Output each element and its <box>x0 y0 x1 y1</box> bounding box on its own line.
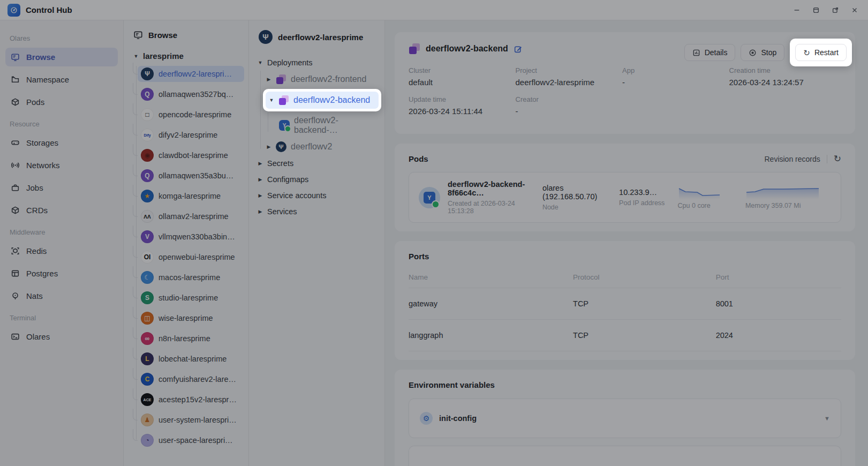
sidebar-item-nats[interactable]: Nats <box>5 287 118 305</box>
app-list-item[interactable]: ☾macos-laresprime <box>138 269 244 285</box>
app-list-item[interactable]: Difydifyv2-laresprime <box>138 127 244 143</box>
chevron-right-icon[interactable]: ▶ <box>266 144 271 149</box>
chevron-right-icon[interactable]: ▶ <box>258 193 263 198</box>
app-icon: ∞ <box>141 332 154 345</box>
sidebar-item-postgres[interactable]: Postgres <box>5 264 118 283</box>
tree-node-secrets[interactable]: ▶ Secrets <box>255 155 381 171</box>
pods-card-title: Pods <box>409 154 428 163</box>
app-list-item[interactable]: ◫wise-laresprime <box>138 310 244 326</box>
sidebar-item-label: Pods <box>26 97 44 107</box>
sidebar-item-label: Networks <box>26 161 60 170</box>
app-list-item[interactable]: Ψdeerflowv2-larespri… <box>138 66 244 82</box>
cube-icon <box>11 206 20 215</box>
edit-icon[interactable] <box>514 44 523 54</box>
tree-node-configmaps[interactable]: ▶ Configmaps <box>255 171 381 187</box>
app-list-item[interactable]: ★komga-laresprime <box>138 188 244 204</box>
app-list-item[interactable]: Qollamaqwen35a3bu… <box>138 168 244 184</box>
app-icon: ACE <box>141 393 154 406</box>
chevron-right-icon[interactable]: ▶ <box>258 209 263 214</box>
sidebar-item-redis[interactable]: Redis <box>5 242 118 260</box>
redis-icon <box>11 246 20 255</box>
briefcase-icon <box>11 183 20 192</box>
creator-label: Creator <box>516 95 623 103</box>
pod-row[interactable]: Y deerflowv2-backend-8f66c4c… Created at… <box>409 172 841 223</box>
app-label: ollamaqwen3527bq… <box>158 90 233 99</box>
revision-records-link[interactable]: Revision records <box>764 155 820 163</box>
app-list-item[interactable]: ∞n8n-laresprime <box>138 330 244 347</box>
table-row: gateway TCP 8001 <box>409 288 841 320</box>
app-list-item[interactable]: Ccomfyuisharev2-lare… <box>138 371 244 387</box>
app-label: comfyuisharev2-lare… <box>158 375 236 384</box>
sidebar-item-jobs[interactable]: Jobs <box>5 178 118 197</box>
details-button[interactable]: Details <box>684 44 736 61</box>
chevron-down-icon[interactable]: ▼ <box>269 97 274 103</box>
app-icon: L <box>141 352 154 365</box>
ports-table: Name Protocol Port gateway TCP 8001 lang… <box>409 269 841 351</box>
sidebar-item-networks[interactable]: Networks <box>5 156 118 175</box>
deployment-icon <box>276 74 286 85</box>
app-icon: S <box>141 291 154 304</box>
app-list-item[interactable]: ʌʌollamav2-laresprime <box>138 208 244 224</box>
chevron-down-icon[interactable]: ▼ <box>258 60 263 65</box>
tree-node-service-accounts[interactable]: ▶ Service accounts <box>255 187 381 204</box>
app-list-item[interactable]: ♟user-system-larespri… <box>138 412 244 428</box>
app-list-item[interactable]: ◉clawdbot-laresprime <box>138 147 244 163</box>
chevron-down-icon[interactable]: ▼ <box>133 54 139 59</box>
close-button[interactable] <box>847 3 863 18</box>
namespace-node-laresprime[interactable]: ▼ laresprime <box>130 50 244 66</box>
pod-node: olares (192.168.50.70) <box>542 184 619 201</box>
app-list-item[interactable]: □opencode-laresprime <box>138 107 244 123</box>
chevron-right-icon[interactable]: ▶ <box>258 177 263 182</box>
app-label: vllmqwen330ba3bin… <box>158 232 235 241</box>
app-icon: ★ <box>141 190 154 202</box>
tree-node-deerflowv2[interactable]: ▶ Ψ deerflowv2 <box>263 138 381 155</box>
refresh-icon[interactable]: ↻ <box>834 154 841 163</box>
sidebar-item-namespace[interactable]: Namespace <box>5 70 118 89</box>
tree-node-frontend[interactable]: ▶ deerflowv2-frontend <box>263 71 381 88</box>
pod-cpu-label: Cpu 0 core <box>678 202 745 209</box>
env-var-row-init-config[interactable]: ⚙ init-config ▼ <box>409 399 841 438</box>
app-list-item[interactable]: Llobechat-laresprime <box>138 351 244 367</box>
app-list-item[interactable]: Vvllmqwen330ba3bin… <box>138 229 244 245</box>
app-list-item[interactable]: Qollamaqwen3527bq… <box>138 86 244 102</box>
stop-icon <box>749 49 757 57</box>
chevron-down-icon[interactable]: ▼ <box>824 415 830 422</box>
tree-node-backend-selected[interactable]: ▼ deerflowv2-backend <box>266 92 379 109</box>
browse-icon <box>133 30 143 40</box>
ports-card-title: Ports <box>409 252 429 261</box>
restart-button[interactable]: ↻ Restart <box>795 44 847 61</box>
chevron-right-icon[interactable]: ▶ <box>266 77 271 82</box>
env-vars-title: Environment variables <box>409 380 495 389</box>
app-label: wise-laresprime <box>158 314 213 322</box>
sidebar-item-storages[interactable]: Storages <box>5 133 118 152</box>
app-list-item[interactable]: ◔user-space-larespri… <box>138 432 244 448</box>
sidebar-item-crds[interactable]: CRDs <box>5 201 118 220</box>
app-label: macos-laresprime <box>158 273 220 282</box>
app-list-item[interactable]: Sstudio-laresprime <box>138 290 244 306</box>
app-list-item[interactable]: OIopenwebui-laresprime <box>138 249 244 265</box>
open-in-new-button[interactable] <box>827 3 843 18</box>
app-label: clawdbot-laresprime <box>158 151 228 160</box>
details-icon <box>692 49 700 57</box>
cluster-label: Cluster <box>409 66 516 74</box>
browse-panel-title: Browse <box>148 31 177 40</box>
sidebar-item-pods[interactable]: Pods <box>5 93 118 111</box>
spotlight-backend: ▼ deerflowv2-backend <box>263 89 381 111</box>
tree-node-deployments[interactable]: ▼ Deployments <box>255 55 381 71</box>
app-list-item[interactable]: ACEacestep15v2-larespr… <box>138 392 244 408</box>
minimize-button[interactable] <box>789 3 805 18</box>
pod-ip-label: Pod IP address <box>619 199 678 207</box>
sidebar-item-olares-terminal[interactable]: Olares <box>5 327 118 346</box>
app-icon: C <box>141 373 154 386</box>
tree-node-services[interactable]: ▶ Services <box>255 204 381 220</box>
maximize-button[interactable] <box>808 3 824 18</box>
app-label: studio-laresprime <box>158 294 218 302</box>
pods-icon <box>11 97 20 107</box>
env-vars-card: Environment variables ⚙ init-config ▼ <box>395 370 855 466</box>
chevron-right-icon[interactable]: ▶ <box>258 161 263 166</box>
sidebar-item-browse[interactable]: Browse <box>5 48 118 66</box>
stop-button[interactable]: Stop <box>741 44 784 61</box>
divider <box>827 155 827 163</box>
app-list: Ψdeerflowv2-larespri…Qollamaqwen3527bq…□… <box>130 66 244 448</box>
tree-node-backend-pod[interactable]: Y deerflowv2-backend-… <box>276 112 381 138</box>
